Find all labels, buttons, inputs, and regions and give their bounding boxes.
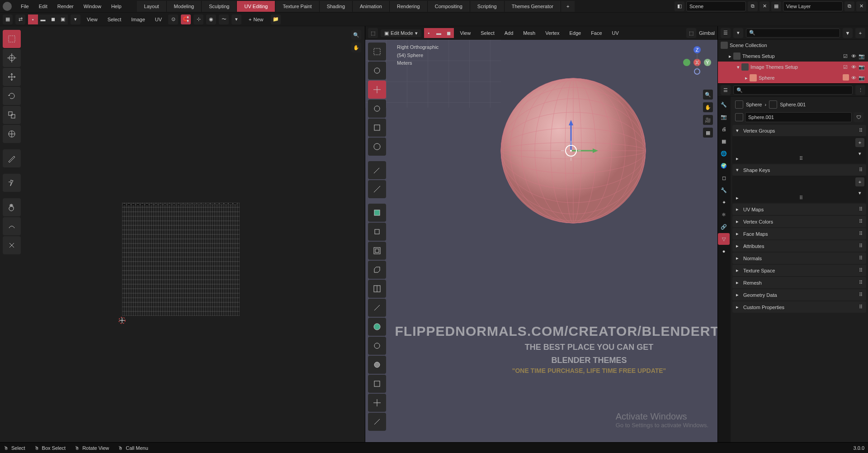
tab-layout[interactable]: Layout (137, 1, 167, 12)
tool-extrude[interactable] (368, 223, 386, 241)
viewlayer-field[interactable] (783, 1, 843, 11)
tool-relax[interactable] (3, 217, 21, 235)
panel-face-maps[interactable]: ▸Face Maps⠿ (732, 228, 866, 239)
menu-help[interactable]: Help (107, 2, 126, 11)
pan-3d-icon[interactable]: ✋ (703, 102, 713, 112)
tool-transform-3d[interactable] (368, 138, 386, 156)
open-image-icon[interactable]: 📁 (271, 14, 281, 24)
panel-vertex-groups[interactable]: ▾Vertex Groups⠿ (732, 125, 866, 136)
tool-move-3d[interactable] (368, 81, 386, 99)
falloff-icon[interactable]: 〜 (219, 14, 229, 24)
v3d-mesh-menu[interactable]: Mesh (519, 29, 539, 38)
prop-tab-constraint[interactable]: 🔗 (718, 221, 730, 233)
tree-sphere[interactable]: ▸ Sphere 👁📷 (718, 72, 868, 83)
tool-rotate-3d[interactable] (368, 100, 386, 118)
render-icon[interactable]: 📷 (858, 74, 865, 81)
tool-transform[interactable] (3, 125, 21, 143)
uv-vertex-mode[interactable]: ▪ (28, 14, 38, 24)
v3d-add-menu[interactable]: Add (501, 29, 517, 38)
tool-knife[interactable] (368, 299, 386, 317)
tool-cursor-3d[interactable] (368, 62, 386, 80)
tool-inset[interactable] (368, 242, 386, 260)
tool-shear[interactable] (368, 413, 386, 431)
snap-icon[interactable]: 🧲 (181, 14, 191, 24)
tab-modeling[interactable]: Modeling (167, 1, 202, 12)
props-type-icon[interactable]: ☰ (721, 85, 731, 95)
mesh-edge-mode[interactable]: ▬ (434, 28, 444, 38)
menu-edit[interactable]: Edit (34, 2, 52, 11)
tab-texture-paint[interactable]: Texture Paint (275, 1, 319, 12)
navigation-gizmo[interactable]: Z X Y (681, 44, 713, 76)
shield-icon[interactable]: 🛡 (854, 112, 863, 122)
uv-uv-menu[interactable]: UV (151, 15, 165, 24)
tool-scale[interactable] (3, 106, 21, 124)
panel-vertex-colors[interactable]: ▸Vertex Colors⠿ (732, 216, 866, 227)
mode-selector[interactable]: ▣ Edit Mode ▾ (381, 29, 421, 37)
mesh-data-icon[interactable] (735, 113, 743, 121)
v3d-face-menu[interactable]: Face (587, 29, 605, 38)
move-gizmo[interactable] (544, 119, 598, 173)
uv-sticky-icon[interactable]: ▾ (71, 14, 80, 24)
scene-name-input[interactable] (687, 4, 745, 9)
uv-island-mode[interactable]: ▣ (58, 14, 68, 24)
layer-delete-icon[interactable]: ✕ (856, 1, 866, 11)
orientation-icon[interactable]: ⬚ (686, 28, 696, 38)
scene-name-field[interactable] (686, 1, 746, 11)
render-icon[interactable]: 📷 (858, 52, 865, 60)
tool-shrink[interactable] (368, 394, 386, 412)
layer-browse-icon[interactable]: ▦ (771, 1, 781, 11)
uv-sync-icon[interactable]: ⇄ (15, 14, 25, 24)
v3d-uv-menu[interactable]: UV (609, 29, 623, 38)
exclude-icon[interactable]: ☑ (842, 63, 849, 71)
tool-rotate[interactable] (3, 87, 21, 105)
tool-grab[interactable] (3, 198, 21, 216)
visibility-icon[interactable]: 👁 (850, 52, 857, 60)
pan-icon[interactable]: ✋ (351, 43, 361, 52)
menu-window[interactable]: Window (79, 2, 106, 11)
tool-cursor[interactable] (3, 49, 21, 67)
panel-custom-properties[interactable]: ▸Custom Properties⠿ (732, 301, 866, 313)
tab-animation[interactable]: Animation (353, 1, 390, 12)
v3d-select-menu[interactable]: Select (477, 29, 498, 38)
panel-geometry-data[interactable]: ▸Geometry Data⠿ (732, 289, 866, 300)
scene-delete-icon[interactable]: ✕ (760, 1, 769, 11)
prop-tab-particle[interactable]: ✦ (718, 196, 730, 208)
layer-copy-icon[interactable]: ⧉ (844, 1, 854, 11)
add-workspace-button[interactable]: + (561, 1, 575, 12)
filter-icon[interactable]: ▼ (843, 28, 853, 38)
tab-themes-generator[interactable]: Themes Generator (505, 1, 561, 12)
prop-tab-output[interactable]: 🖨 (718, 123, 730, 135)
prop-tab-world[interactable]: 🌍 (718, 160, 730, 172)
tool-rip[interactable] (3, 174, 21, 192)
tool-spin[interactable] (368, 337, 386, 355)
mesh-vertex-mode[interactable]: ▪ (424, 28, 434, 38)
prop-tab-tool[interactable]: 🔧 (718, 99, 730, 110)
tool-select-box-3d[interactable] (368, 43, 386, 61)
tab-shading[interactable]: Shading (320, 1, 353, 12)
panel-remesh[interactable]: ▸Remesh⠿ (732, 277, 866, 288)
tab-sculpting[interactable]: Sculpting (202, 1, 237, 12)
prop-tab-scene[interactable]: 🌐 (718, 148, 730, 159)
tool-annotate-3d[interactable] (368, 161, 386, 179)
grip-icon[interactable]: ⠿ (799, 195, 803, 201)
tree-themes-setup[interactable]: ▸ Themes Setup ☑👁📷 (718, 51, 868, 62)
tab-uv-editing[interactable]: UV Editing (237, 1, 275, 12)
scene-browse-icon[interactable]: ◧ (675, 1, 684, 11)
zoom-icon[interactable]: 🔍 (351, 30, 361, 40)
tool-bevel[interactable] (368, 261, 386, 279)
blender-logo-icon[interactable] (3, 2, 12, 11)
snap-target-icon[interactable]: ⊹ (193, 14, 203, 24)
uv-edge-mode[interactable]: ▬ (38, 14, 48, 24)
mesh-face-mode[interactable]: ◼ (444, 28, 454, 38)
uv-select-menu[interactable]: Select (104, 15, 125, 24)
render-icon[interactable]: 📷 (858, 63, 865, 71)
add-shape-key-button[interactable]: + (855, 177, 864, 186)
prop-tab-viewlayer[interactable]: ▦ (718, 135, 730, 147)
outliner-display-icon[interactable]: ▾ (733, 28, 743, 38)
tool-select-box[interactable] (3, 30, 21, 48)
shape-key-menu-icon[interactable]: ▾ (855, 188, 864, 197)
panel-attributes[interactable]: ▸Attributes⠿ (732, 240, 866, 252)
tool-measure[interactable] (368, 180, 386, 198)
tool-annotate[interactable] (3, 149, 21, 167)
panel-uv-maps[interactable]: ▸UV Maps⠿ (732, 204, 866, 215)
